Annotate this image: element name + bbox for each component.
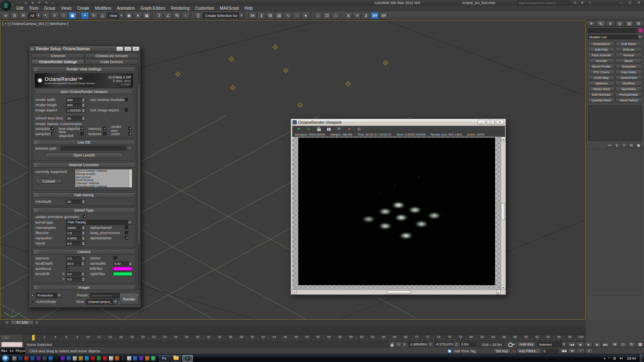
taskbar-3dsmax-button[interactable]: Ƨ	[182, 355, 193, 362]
rrprob-field[interactable]: 0.0	[66, 241, 85, 246]
selection-set-dropdown[interactable]: Selected ▼	[537, 342, 566, 347]
open-mini-curve-editor-button[interactable]: ≈	[1, 335, 11, 341]
quick-launch-icon-18[interactable]	[115, 356, 120, 361]
y-coordinate-field[interactable]: -9.570147m	[434, 342, 454, 347]
quick-launch-icon-7[interactable]	[48, 356, 53, 361]
select-and-manipulate-icon[interactable]: ∗	[134, 12, 142, 19]
menu-views[interactable]: Views	[58, 6, 74, 10]
select-and-move-icon[interactable]: +	[81, 12, 89, 19]
open-octanerender-viewport-button[interactable]: open OctaneRender viewport	[35, 89, 133, 95]
quick-launch-icon-12[interactable]	[78, 356, 83, 361]
bind-to-space-warp-icon[interactable]: ≋	[19, 12, 27, 19]
open-livedb-button[interactable]: Open LiveDB	[45, 152, 123, 158]
time-elaps-left-checkbox[interactable]	[80, 132, 85, 136]
modifier-button-mesh-select[interactable]: Mesh Select	[615, 98, 642, 103]
kernel-type-dropdown[interactable]: Path Tracing ▼	[66, 220, 132, 225]
memory-checkbox[interactable]	[103, 127, 107, 131]
quick-launch-icon-11[interactable]	[72, 356, 77, 361]
menu-edit[interactable]: Edit	[14, 6, 26, 10]
menu-animation[interactable]: Animation	[114, 6, 137, 10]
minimize-window-button[interactable]: —	[617, 0, 625, 5]
quick-launch-icon-2[interactable]	[18, 356, 23, 361]
communication-center-icon[interactable]: ◎	[572, 0, 578, 5]
quick-launch-icon-19[interactable]	[121, 356, 126, 361]
rollout-header[interactable]: -Render View Settings	[33, 67, 135, 72]
tab-modify[interactable]: ∿	[597, 21, 606, 27]
tab-motion[interactable]: ◎	[615, 21, 625, 27]
mirror-icon[interactable]: ⋈	[248, 12, 256, 19]
menu-graph-editors[interactable]: Graph Editors	[138, 6, 168, 10]
quick-launch-icon-5[interactable]	[36, 356, 41, 361]
tab-octanelive-account[interactable]: OctaneLive Account	[85, 53, 138, 58]
use-pivot-point-center-icon[interactable]: ◉	[125, 12, 133, 19]
collapse-icon[interactable]: -	[34, 193, 37, 197]
samp-pix-checkbox[interactable]	[51, 127, 55, 131]
menu-modifiers[interactable]: Modifiers	[92, 6, 114, 10]
schematic-view-icon[interactable]: ∴	[293, 12, 301, 19]
modifier-button-extrude[interactable]: Extrude	[615, 47, 642, 52]
modifier-button-edit-poly[interactable]: Edit Poly	[588, 47, 615, 52]
make-unique-icon[interactable]: Y	[621, 143, 627, 148]
modifier-button-prooptimizer[interactable]: ProOptimizer	[615, 92, 642, 97]
track-bar-keys-area[interactable]	[0, 326, 586, 334]
modifier-button-edit-mesh[interactable]: Edit Mesh	[615, 41, 642, 46]
current-frame-field[interactable]: 0	[542, 349, 558, 354]
quick-launch-icon-4[interactable]	[30, 356, 35, 361]
view-dropdown[interactable]: OctaneCamera_▼	[86, 299, 118, 304]
restrict-plane-flyout-icon[interactable]: XY	[380, 12, 388, 19]
rollout-header[interactable]: -Imager	[33, 285, 135, 290]
open-file-icon[interactable]: ▭	[23, 0, 29, 5]
previous-key-icon[interactable]: ◀◀	[560, 348, 568, 354]
menu-group[interactable]: Group	[41, 6, 58, 10]
modifier-stack-list[interactable]	[588, 105, 642, 141]
textures-path-field[interactable]	[61, 146, 126, 150]
stop-render-icon[interactable]: ✸	[346, 126, 352, 132]
viewport-pov-menu[interactable]: [ + ]	[2, 22, 8, 26]
rollout-header[interactable]: -Kernel Type	[33, 208, 135, 213]
unlink-selection-icon[interactable]: ⊘	[10, 12, 19, 19]
octane-maximize-button[interactable]: ▢	[487, 120, 495, 125]
tray-volume-icon[interactable]: ◄)	[619, 356, 623, 360]
menu-rendering[interactable]: Rendering	[168, 6, 192, 10]
taskbar-photoshop-button[interactable]: Ps	[159, 355, 169, 362]
start-button[interactable]: ❖	[2, 355, 10, 362]
rollout-header[interactable]: -Live DB	[33, 140, 135, 145]
render-production-icon[interactable]: ♨	[332, 12, 340, 19]
lensshift-y-field[interactable]: 0.0	[66, 277, 85, 282]
menu-help[interactable]: Help	[242, 6, 256, 10]
octane-vertical-scrollbar[interactable]: ▲ ▼	[501, 137, 505, 290]
browse-button[interactable]: ...	[127, 146, 132, 150]
maximize-viewport-toggle-icon[interactable]: ▦	[636, 342, 644, 347]
show-desktop-button[interactable]	[640, 354, 643, 362]
select-and-rotate-icon[interactable]: ↻	[90, 12, 98, 19]
modifier-button-bevel[interactable]: Bevel	[615, 58, 642, 63]
zoom-icon[interactable]: ⊕	[611, 342, 619, 347]
angle-snap-icon[interactable]: ∠	[164, 12, 172, 19]
tab-cuda-devices[interactable]: Cuda Devices	[85, 59, 138, 64]
edit-named-selection-sets-icon[interactable]: {}	[194, 12, 202, 19]
keyboard-shortcut-override-icon[interactable]: ▦	[142, 12, 151, 19]
graphite-modeling-icon[interactable]: ▤	[275, 12, 283, 19]
dialog-maximize-button[interactable]: ▢	[124, 47, 131, 51]
tray-show-hidden-icon[interactable]: ▴	[604, 356, 605, 360]
object-color-swatch[interactable]	[638, 28, 642, 33]
filtersize-field[interactable]: 1.5	[66, 231, 85, 235]
save-file-icon[interactable]: ▾	[30, 0, 35, 5]
quick-launch-icon-3[interactable]	[24, 356, 29, 361]
zoom-extents-icon[interactable]: ◇	[619, 342, 627, 347]
scrollbar-thumb[interactable]	[387, 290, 411, 294]
tray-action-center-icon[interactable]: ⚐	[608, 356, 611, 360]
x-coordinate-field[interactable]: -2.989486m	[408, 342, 427, 347]
quick-launch-icon-10[interactable]	[66, 356, 71, 361]
restrict-x-icon[interactable]: X	[344, 12, 352, 19]
go-to-end-button[interactable]: ▶▶|	[602, 342, 609, 347]
convert-button[interactable]: Convert	[35, 179, 62, 184]
save-render-icon[interactable]: ⚑	[295, 126, 302, 132]
material-editor-icon[interactable]: ●	[301, 12, 310, 19]
rollout-header[interactable]: -Camera	[33, 249, 135, 255]
selection-filter-dropdown[interactable]: All▾	[28, 12, 41, 19]
render-setup-title-bar[interactable]: ◔ Render Setup: Octane3dsmax — ▢ ✕	[29, 46, 140, 52]
rollout-header[interactable]: -Material Converter	[33, 162, 135, 168]
modifier-button-optimize[interactable]: Optimize	[588, 81, 615, 86]
collapse-icon[interactable]: -	[34, 68, 37, 71]
